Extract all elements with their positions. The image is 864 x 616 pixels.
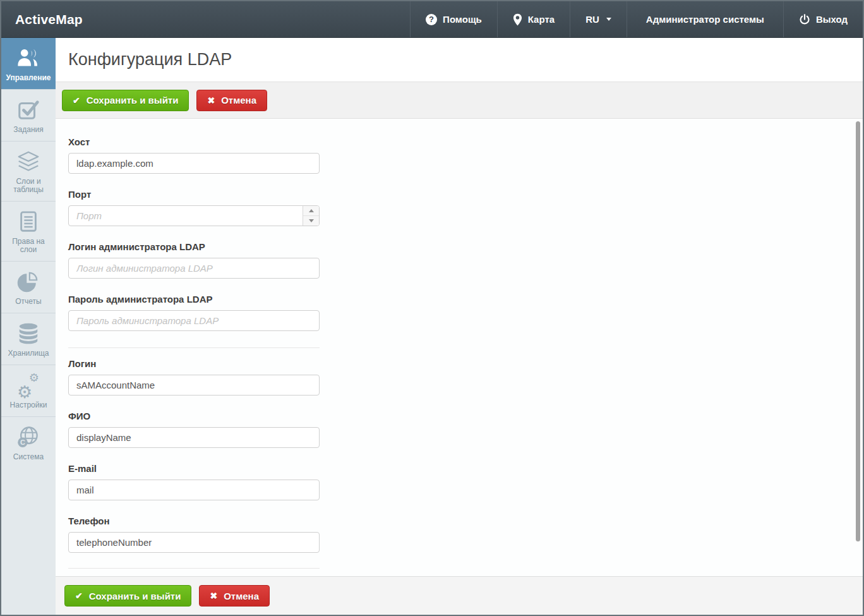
sidebar-item-layer-rights[interactable]: Права на слои bbox=[1, 201, 56, 261]
save-button[interactable]: ✔ Сохранить и выйти bbox=[62, 90, 189, 111]
document-icon bbox=[16, 210, 40, 234]
nav-item-label: Выход bbox=[816, 14, 848, 25]
sidebar-item-label: Управление bbox=[6, 74, 51, 82]
layers-icon bbox=[16, 150, 41, 174]
pie-chart-icon bbox=[16, 270, 41, 294]
field-host: Хост bbox=[68, 136, 320, 174]
nav-item-logout[interactable]: Выход bbox=[783, 1, 863, 37]
sidebar-item-label: Настройки bbox=[10, 401, 47, 409]
email-attr-input[interactable] bbox=[68, 480, 320, 500]
ldap-form: Хост Порт Логин администратора LDAP bbox=[56, 119, 863, 576]
cancel-button-label: Отмена bbox=[224, 591, 259, 601]
field-label: Порт bbox=[68, 189, 320, 200]
form-divider bbox=[68, 347, 320, 348]
nav-item-label: Администратор системы bbox=[646, 14, 764, 25]
cross-icon: ✖ bbox=[207, 95, 215, 106]
gears-icon: ⚙ ⚙ bbox=[16, 373, 40, 397]
check-icon: ✔ bbox=[73, 95, 80, 106]
svg-text:C: C bbox=[20, 438, 25, 446]
cross-icon: ✖ bbox=[210, 591, 217, 601]
sidebar-item-label: Слои и таблицы bbox=[3, 178, 54, 194]
cancel-button[interactable]: ✖ Отмена bbox=[196, 90, 267, 111]
sidebar-item-label: Отчеты bbox=[15, 298, 41, 306]
nav-item-map[interactable]: Карта bbox=[497, 1, 570, 37]
cancel-button-label: Отмена bbox=[221, 95, 256, 106]
sidebar-item-layers[interactable]: Слои и таблицы bbox=[1, 141, 56, 201]
field-label: Телефон bbox=[68, 516, 320, 526]
admin-password-input[interactable] bbox=[68, 310, 320, 331]
check-icon: ✔ bbox=[75, 591, 83, 601]
arrow-down-icon bbox=[309, 219, 314, 222]
sidebar: Управление Задания bbox=[1, 38, 56, 615]
nav-item-label: RU bbox=[585, 14, 599, 25]
globe-icon: C bbox=[16, 425, 41, 449]
nav-item-help[interactable]: ? Помощь bbox=[410, 1, 497, 37]
users-icon bbox=[16, 46, 41, 70]
database-icon bbox=[16, 322, 40, 346]
field-label: E-mail bbox=[68, 463, 320, 474]
field-admin-login: Логин администратора LDAP bbox=[68, 241, 320, 279]
field-email-attr: E-mail bbox=[68, 463, 320, 500]
number-spinner bbox=[303, 206, 319, 226]
sidebar-item-system[interactable]: C Система bbox=[1, 416, 56, 468]
navbar-spacer bbox=[97, 1, 410, 37]
sidebar-item-storages[interactable]: Хранилища bbox=[1, 313, 56, 365]
login-attr-input[interactable] bbox=[68, 375, 320, 396]
toolbar-bottom: ✔ Сохранить и выйти ✖ Отмена bbox=[56, 576, 863, 615]
power-icon bbox=[799, 14, 810, 25]
nav-item-user[interactable]: Администратор системы bbox=[627, 1, 783, 37]
save-button-label: Сохранить и выйти bbox=[87, 95, 179, 106]
admin-login-input[interactable] bbox=[68, 258, 320, 279]
spinner-up-button[interactable] bbox=[303, 206, 319, 215]
cancel-button[interactable]: ✖ Отмена bbox=[199, 585, 270, 607]
map-pin-icon bbox=[513, 13, 522, 26]
checkbox-icon bbox=[16, 98, 40, 122]
help-icon: ? bbox=[426, 14, 437, 25]
caret-down-icon bbox=[606, 18, 611, 21]
save-button[interactable]: ✔ Сохранить и выйти bbox=[64, 585, 191, 607]
nav-item-label: Карта bbox=[528, 14, 555, 25]
save-button-label: Сохранить и выйти bbox=[89, 591, 181, 601]
top-navbar: ActiveMap ? Помощь Карта RU Администрато… bbox=[1, 1, 863, 38]
phone-attr-input[interactable] bbox=[68, 532, 320, 553]
field-port: Порт bbox=[68, 189, 320, 226]
sidebar-item-management[interactable]: Управление bbox=[1, 38, 56, 89]
port-input[interactable] bbox=[68, 205, 320, 226]
vertical-scrollbar[interactable] bbox=[856, 121, 860, 541]
arrow-up-icon bbox=[309, 209, 314, 212]
field-admin-password: Пароль администратора LDAP bbox=[68, 294, 320, 331]
field-fullname-attr: ФИО bbox=[68, 411, 320, 448]
sidebar-item-label: Задания bbox=[13, 126, 43, 134]
sidebar-item-label: Хранилища bbox=[8, 349, 49, 358]
title-bar: Конфигурация LDAP bbox=[56, 38, 863, 82]
app-window: ActiveMap ? Помощь Карта RU Администрато… bbox=[0, 0, 864, 616]
field-label: ФИО bbox=[68, 411, 320, 421]
spinner-down-button[interactable] bbox=[303, 215, 319, 226]
field-label: Логин bbox=[68, 358, 320, 369]
sidebar-item-reports[interactable]: Отчеты bbox=[1, 261, 56, 313]
field-label: Логин администратора LDAP bbox=[68, 241, 320, 252]
toolbar-top: ✔ Сохранить и выйти ✖ Отмена bbox=[56, 82, 863, 119]
fullname-attr-input[interactable] bbox=[68, 427, 320, 448]
nav-item-language[interactable]: RU bbox=[570, 1, 627, 37]
app-logo: ActiveMap bbox=[1, 1, 97, 37]
sidebar-item-label: Система bbox=[13, 453, 44, 461]
field-label: Пароль администратора LDAP bbox=[68, 294, 320, 305]
field-login-attr: Логин bbox=[68, 358, 320, 396]
main-panel: Конфигурация LDAP ✔ Сохранить и выйти ✖ … bbox=[56, 38, 863, 615]
host-input[interactable] bbox=[68, 153, 320, 174]
field-label: Хост bbox=[68, 136, 320, 147]
sidebar-item-settings[interactable]: ⚙ ⚙ Настройки bbox=[1, 365, 56, 416]
page-title: Конфигурация LDAP bbox=[68, 50, 232, 69]
sidebar-item-label: Права на слои bbox=[3, 238, 54, 254]
field-phone-attr: Телефон bbox=[68, 516, 320, 553]
form-divider bbox=[68, 568, 320, 569]
nav-item-label: Помощь bbox=[443, 14, 482, 25]
sidebar-item-tasks[interactable]: Задания bbox=[1, 89, 56, 141]
